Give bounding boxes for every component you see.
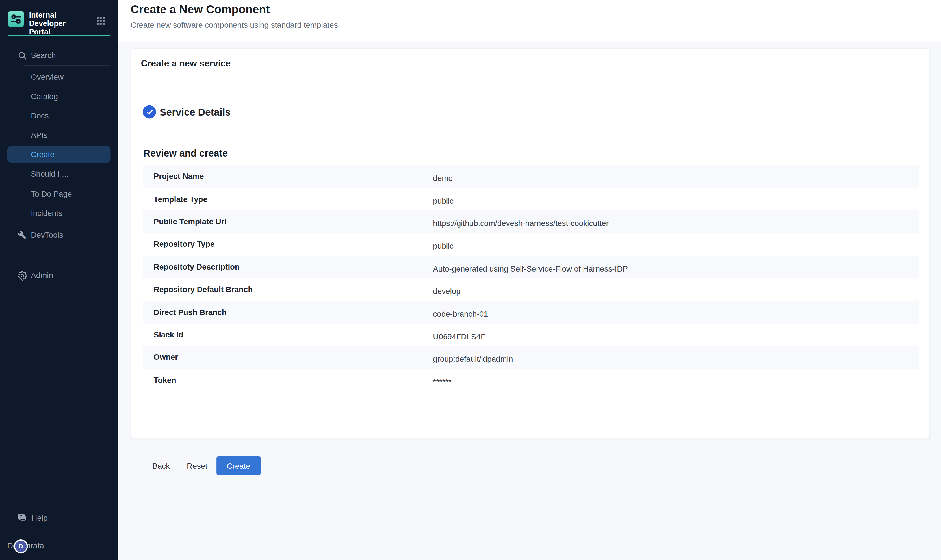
sidebar-item-admin[interactable]: Admin — [7, 267, 111, 284]
avatar: D — [14, 539, 28, 553]
page-title: Create a New Component — [131, 3, 270, 16]
sidebar-item-devtools[interactable]: DevTools — [7, 226, 111, 243]
sidebar-help[interactable]: ? Help — [7, 509, 111, 527]
main-area: Create a New Component Create new softwa… — [118, 0, 941, 560]
sidebar-item-should-i[interactable]: Should I ... — [7, 165, 111, 183]
sidebar: Internal Developer Portal Search Overvie… — [0, 0, 118, 560]
sidebar-item-to-do-page[interactable]: To Do Page — [7, 185, 111, 203]
sidebar-divider — [24, 224, 111, 224]
sidebar-item-apis[interactable]: APIs — [7, 126, 111, 144]
review-row: Token ****** — [143, 368, 919, 391]
create-service-card: Create a new service Service Details Rev… — [131, 48, 930, 439]
gear-icon — [17, 271, 27, 280]
search-icon — [17, 50, 27, 60]
review-heading: Review and create — [143, 148, 228, 159]
sidebar-item-overview[interactable]: Overview — [7, 68, 111, 86]
step-title: Service Details — [160, 105, 231, 118]
sidebar-search-label: Search — [7, 47, 56, 64]
sidebar-item-incidents[interactable]: Incidents — [7, 204, 111, 222]
review-row: Repository Type public — [143, 233, 919, 255]
review-table: Project Name demo Template Type public P… — [143, 165, 919, 391]
svg-text:?: ? — [20, 514, 22, 518]
page-content: Create a new service Service Details Rev… — [118, 42, 941, 560]
create-button[interactable]: Create — [217, 456, 261, 475]
review-row: Slack Id U0694FDLS4F — [143, 323, 919, 346]
wrench-icon — [17, 230, 27, 240]
sidebar-search[interactable]: Search — [7, 47, 111, 64]
sidebar-item-catalog[interactable]: Catalog — [7, 88, 111, 105]
sidebar-item-create[interactable]: Create — [7, 146, 111, 163]
step-complete-check-icon — [143, 105, 156, 118]
review-row: Project Name demo — [143, 165, 919, 188]
apps-grid-icon[interactable] — [96, 16, 105, 25]
app-title: Internal Developer Portal — [29, 11, 89, 37]
sidebar-item-docs[interactable]: Docs — [7, 107, 111, 125]
form-actions: Back Reset Create — [152, 456, 261, 475]
reset-button[interactable]: Reset — [187, 461, 208, 470]
page-header: Create a New Component Create new softwa… — [118, 0, 941, 42]
review-row: Template Type public — [143, 188, 919, 210]
back-button[interactable]: Back — [152, 461, 170, 470]
card-title: Create a new service — [141, 58, 231, 68]
review-row: Repository Default Branch develop — [143, 278, 919, 301]
review-row: Public Template Url https://github.com/d… — [143, 210, 919, 233]
help-chat-icon: ? — [17, 513, 27, 523]
sidebar-accent-divider — [8, 35, 110, 36]
page-subtitle: Create new software components using sta… — [131, 21, 338, 30]
app-root: Internal Developer Portal Search Overvie… — [0, 0, 941, 560]
review-row: Owner group:default/idpadmin — [143, 346, 919, 368]
logo-block[interactable]: Internal Developer Portal — [8, 11, 89, 37]
review-row: Direct Push Branch code-branch-01 — [143, 301, 919, 323]
sidebar-divider — [24, 65, 111, 66]
sidebar-user[interactable]: D Debabrata — [7, 537, 111, 555]
app-logo-icon — [8, 11, 24, 28]
review-row: Repositoty Description Auto-generated us… — [143, 255, 919, 278]
